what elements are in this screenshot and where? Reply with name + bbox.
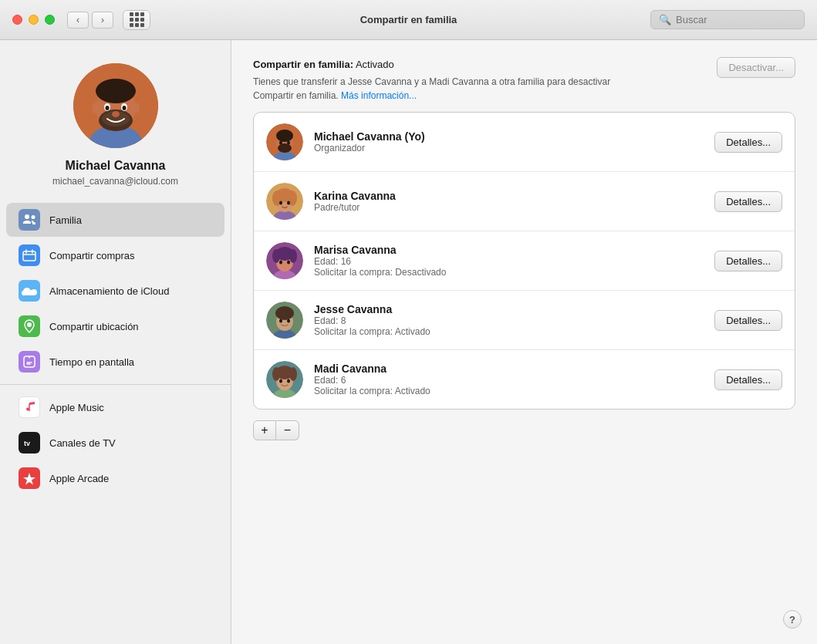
member-avatar-marisa bbox=[266, 242, 303, 279]
member-role: Edad: 8 bbox=[314, 315, 714, 326]
grid-button[interactable] bbox=[123, 10, 150, 30]
header-desc: Tienes que transferir a Jesse Cavanna y … bbox=[253, 75, 795, 103]
add-member-button[interactable]: + bbox=[253, 420, 276, 440]
title-bar: ‹ › Compartir en familia 🔍 bbox=[0, 0, 817, 40]
arcade-icon bbox=[19, 467, 40, 489]
sidebar-nav: Familia Compartir compras bbox=[0, 202, 231, 496]
sidebar-item-almacenamiento[interactable]: Almacenamiento de iCloud bbox=[6, 274, 225, 308]
svg-point-53 bbox=[289, 367, 297, 381]
sidebar-item-ubicacion[interactable]: Compartir ubicación bbox=[6, 309, 225, 343]
member-detail: Solicitar la compra: Desactivado bbox=[314, 267, 714, 278]
sidebar-label-familia: Familia bbox=[49, 214, 82, 226]
sidebar-item-apple-music[interactable]: Apple Music bbox=[6, 390, 225, 424]
member-avatar-madi bbox=[266, 361, 303, 398]
svg-point-16 bbox=[27, 322, 32, 327]
divider-middle bbox=[0, 384, 231, 385]
tv-icon: tv bbox=[19, 432, 40, 453]
sidebar-label-ubicacion: Compartir ubicación bbox=[49, 321, 139, 332]
member-avatar-michael bbox=[266, 123, 303, 160]
help-button[interactable]: ? bbox=[783, 610, 802, 629]
member-row: Karina Cavanna Padre/tutor Detalles... bbox=[254, 172, 795, 231]
forward-button[interactable]: › bbox=[92, 12, 113, 29]
svg-point-22 bbox=[278, 143, 292, 153]
member-name: Michael Cavanna (Yo) bbox=[314, 130, 714, 143]
music-icon bbox=[19, 396, 40, 418]
search-bar[interactable]: 🔍 bbox=[650, 10, 805, 29]
svg-point-24 bbox=[279, 141, 282, 145]
sidebar-label-compartir-compras: Compartir compras bbox=[49, 250, 135, 261]
member-name: Karina Cavanna bbox=[314, 190, 714, 202]
member-detail: Solicitar la compra: Activado bbox=[314, 326, 714, 337]
details-button-marisa[interactable]: Detalles... bbox=[714, 251, 782, 271]
familia-icon bbox=[19, 209, 40, 231]
minimize-button[interactable] bbox=[29, 15, 39, 25]
header-title: Compartir en familia: Activado bbox=[253, 59, 795, 70]
svg-point-45 bbox=[275, 306, 294, 320]
member-info-madi: Madi Cavanna Edad: 6 Solicitar la compra… bbox=[314, 362, 714, 396]
details-button-michael[interactable]: Detalles... bbox=[714, 132, 782, 153]
member-row: Michael Cavanna (Yo) Organizador Detalle… bbox=[254, 113, 795, 172]
window-title: Compartir en familia bbox=[360, 14, 457, 25]
svg-point-14 bbox=[112, 111, 120, 117]
ubicacion-icon bbox=[19, 315, 40, 337]
details-button-madi[interactable]: Detalles... bbox=[714, 369, 782, 390]
avatar bbox=[73, 63, 158, 148]
svg-point-25 bbox=[287, 141, 290, 145]
member-row: Madi Cavanna Edad: 6 Solicitar la compra… bbox=[254, 350, 795, 409]
action-buttons: + − bbox=[253, 420, 795, 440]
member-avatar-karina bbox=[266, 183, 303, 220]
content-area: Desactivar... Compartir en familia: Acti… bbox=[231, 40, 817, 644]
svg-point-13 bbox=[122, 106, 126, 110]
svg-point-55 bbox=[287, 379, 290, 383]
sidebar: Michael Cavanna michael_cavanna@icloud.c… bbox=[0, 40, 231, 644]
member-info-jesse: Jesse Cavanna Edad: 8 Solicitar la compr… bbox=[314, 303, 714, 337]
close-button[interactable] bbox=[12, 15, 22, 25]
member-info-michael: Michael Cavanna (Yo) Organizador bbox=[314, 130, 714, 153]
svg-point-46 bbox=[279, 319, 282, 323]
sidebar-item-familia[interactable]: Familia bbox=[6, 203, 225, 237]
back-button[interactable]: ‹ bbox=[67, 12, 89, 29]
remove-member-button[interactable]: − bbox=[276, 420, 299, 440]
sidebar-label-tv: Canales de TV bbox=[49, 437, 116, 449]
sidebar-item-compartir-compras[interactable]: Compartir compras bbox=[6, 238, 225, 272]
traffic-lights bbox=[12, 15, 55, 25]
details-button-jesse[interactable]: Detalles... bbox=[714, 310, 782, 331]
sidebar-label-arcade: Apple Arcade bbox=[49, 473, 109, 484]
svg-text:tv: tv bbox=[24, 440, 30, 447]
sidebar-item-arcade[interactable]: Apple Arcade bbox=[6, 461, 225, 495]
svg-point-54 bbox=[279, 379, 282, 383]
member-role: Edad: 6 bbox=[314, 375, 714, 386]
svg-point-23 bbox=[276, 130, 293, 142]
sidebar-label-tiempo: Tiempo en pantalla bbox=[49, 356, 134, 368]
member-info-karina: Karina Cavanna Padre/tutor bbox=[314, 190, 714, 213]
sidebar-item-tv[interactable]: tv Canales de TV bbox=[6, 426, 225, 460]
grid-icon bbox=[130, 12, 144, 27]
sidebar-label-apple-music: Apple Music bbox=[49, 402, 104, 413]
main-container: Michael Cavanna michael_cavanna@icloud.c… bbox=[0, 40, 817, 644]
sidebar-item-tiempo[interactable]: Tiempo en pantalla bbox=[6, 345, 225, 379]
details-button-karina[interactable]: Detalles... bbox=[714, 191, 782, 212]
more-info-link[interactable]: Más información... bbox=[341, 90, 417, 101]
members-box: Michael Cavanna (Yo) Organizador Detalle… bbox=[253, 112, 795, 410]
member-name: Marisa Cavanna bbox=[314, 244, 714, 256]
svg-point-41 bbox=[287, 261, 290, 265]
nav-buttons: ‹ › bbox=[67, 12, 113, 29]
member-role: Edad: 16 bbox=[314, 256, 714, 267]
member-name: Jesse Cavanna bbox=[314, 303, 714, 315]
search-input[interactable] bbox=[676, 14, 796, 25]
svg-point-32 bbox=[279, 201, 282, 205]
user-name: Michael Cavanna bbox=[66, 159, 166, 173]
search-icon: 🔍 bbox=[659, 14, 671, 25]
maximize-button[interactable] bbox=[45, 15, 55, 25]
svg-point-9 bbox=[99, 79, 133, 98]
svg-rect-15 bbox=[23, 251, 35, 261]
svg-point-47 bbox=[287, 319, 290, 323]
svg-point-11 bbox=[105, 106, 109, 110]
member-row: Marisa Cavanna Edad: 16 Solicitar la com… bbox=[254, 231, 795, 291]
member-row: Jesse Cavanna Edad: 8 Solicitar la compr… bbox=[254, 291, 795, 350]
disable-button[interactable]: Desactivar... bbox=[717, 57, 795, 78]
svg-point-39 bbox=[289, 249, 297, 263]
user-email: michael_cavanna@icloud.com bbox=[52, 176, 178, 187]
compartir-compras-icon bbox=[19, 244, 40, 266]
icloud-icon bbox=[19, 280, 40, 302]
